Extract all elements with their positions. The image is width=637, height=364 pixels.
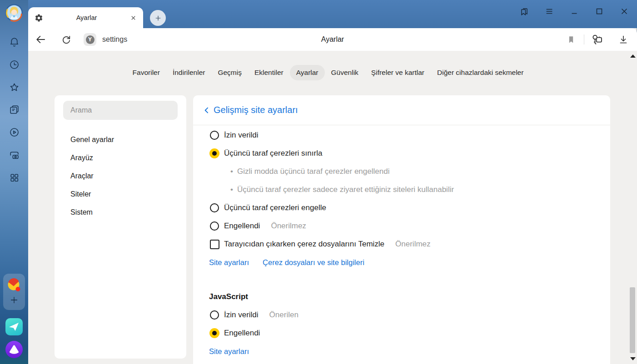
minimize-icon[interactable] bbox=[567, 5, 581, 18]
page-scrollbar[interactable] bbox=[629, 51, 637, 364]
radio-checked[interactable] bbox=[209, 148, 219, 158]
bookmarks-star-icon[interactable] bbox=[0, 82, 28, 93]
menu-item-sistem[interactable]: Sistem bbox=[55, 203, 186, 221]
tab-title: Ayarlar bbox=[43, 14, 130, 21]
toolbar-right-actions bbox=[564, 32, 631, 47]
menu-icon[interactable] bbox=[542, 5, 556, 18]
back-chevron-icon[interactable] bbox=[201, 104, 213, 116]
browser-tab-settings[interactable]: Ayarlar bbox=[28, 7, 143, 28]
nav-tab-eklentiler[interactable]: Eklentiler bbox=[248, 65, 290, 80]
radio-unchecked[interactable] bbox=[210, 221, 219, 231]
radio-row-js-engellendi[interactable]: Engellendi bbox=[209, 324, 610, 342]
yandex-mail-icon[interactable] bbox=[3, 277, 25, 294]
browser-window: Ayarlar bbox=[0, 0, 637, 364]
search-input[interactable] bbox=[63, 101, 178, 120]
sidebar-rail bbox=[0, 0, 28, 364]
menu-item-araclar[interactable]: Araçlar bbox=[55, 167, 186, 185]
nav-tab-gecmis[interactable]: Geçmiş bbox=[211, 65, 248, 80]
yandex-y-icon: Y bbox=[86, 35, 95, 44]
plus-icon bbox=[154, 14, 162, 22]
site-security-badge[interactable]: Y bbox=[84, 33, 96, 46]
menu-item-siteler[interactable]: Siteler bbox=[55, 185, 186, 203]
apps-grid-icon[interactable] bbox=[0, 172, 28, 183]
page-title: Gelişmiş site ayarları bbox=[214, 105, 298, 115]
not-recommended-note: Önerilmez bbox=[395, 240, 430, 249]
reload-icon[interactable] bbox=[59, 32, 74, 47]
menu-item-arayuz[interactable]: Arayüz bbox=[55, 149, 186, 167]
menu-item-genel-ayarlar[interactable]: Genel ayarlar bbox=[55, 131, 186, 149]
url-text[interactable]: settings bbox=[102, 35, 127, 44]
window-controls bbox=[518, 5, 631, 18]
pinned-apps-group bbox=[3, 274, 25, 310]
advanced-site-settings-card: Gelişmiş site ayarları İzin verildi Üçün… bbox=[193, 95, 610, 364]
titlebar: Ayarlar bbox=[0, 0, 637, 28]
bookmark-icon[interactable] bbox=[564, 32, 578, 47]
card-body: İzin verildi Üçüncü taraf çerezleri sını… bbox=[193, 125, 610, 360]
notifications-bell-icon[interactable] bbox=[0, 36, 28, 48]
radio-row-izin-verildi[interactable]: İzin verildi bbox=[209, 126, 610, 144]
javascript-links-row: Site ayarları bbox=[209, 342, 610, 360]
recommended-note: Önerilen bbox=[269, 310, 299, 320]
nav-tab-guvenlik[interactable]: Güvenlik bbox=[325, 65, 365, 80]
link-cerez-dosyalari[interactable]: Çerez dosyaları ve site bilgileri bbox=[263, 258, 364, 267]
address-toolbar: Y settings Ayarlar bbox=[28, 28, 637, 51]
settings-nav-tabs: Favoriler İndirilenler Geçmiş Eklentiler… bbox=[28, 63, 628, 83]
info-bullet-1: Gizli modda üçüncü taraf çerezler engell… bbox=[209, 162, 610, 181]
nav-tab-indirilenler[interactable]: İndirilenler bbox=[166, 65, 212, 80]
new-tab-button[interactable] bbox=[150, 10, 166, 26]
maximize-icon[interactable] bbox=[592, 5, 606, 18]
content-area: Favoriler İndirilenler Geçmiş Eklentiler… bbox=[28, 51, 637, 364]
back-icon[interactable] bbox=[34, 32, 48, 47]
radio-unchecked[interactable] bbox=[210, 131, 219, 140]
radio-row-js-izin-verildi[interactable]: İzin verildi Önerilen bbox=[209, 306, 610, 324]
screenshot-icon[interactable] bbox=[0, 149, 28, 161]
download-icon[interactable] bbox=[616, 32, 631, 47]
add-account-plus-icon[interactable] bbox=[3, 295, 25, 305]
radio-row-ucuncu-taraf-engelle[interactable]: Üçüncü taraf çerezleri engelle bbox=[209, 199, 610, 217]
radio-unchecked[interactable] bbox=[210, 203, 219, 212]
settings-menu-panel: Genel ayarlar Arayüz Araçlar Siteler Sis… bbox=[55, 95, 186, 359]
alice-assistant-icon[interactable] bbox=[5, 341, 23, 358]
radio-row-ucuncu-taraf-sinirla[interactable]: Üçüncü taraf çerezleri sınırla bbox=[209, 144, 610, 162]
checkbox-unchecked[interactable] bbox=[210, 240, 219, 249]
radio-row-engellendi[interactable]: Engellendi Önerilmez bbox=[209, 217, 610, 235]
nav-tab-diger-cihazlardaki-sekmeler[interactable]: Diğer cihazlardaki sekmeler bbox=[431, 65, 530, 80]
card-header: Gelişmiş site ayarları bbox=[193, 95, 610, 125]
window-close-icon[interactable] bbox=[617, 5, 631, 18]
cookies-links-row: Site ayarları Çerez dosyaları ve site bi… bbox=[209, 253, 610, 271]
nav-tab-sifreler-ve-kartlar[interactable]: Şifreler ve kartlar bbox=[365, 65, 431, 80]
scroll-down-arrow-icon[interactable] bbox=[630, 357, 636, 360]
checkbox-row-cerez-temizle[interactable]: Tarayıcıdan çıkarken çerez dosyalarını T… bbox=[209, 235, 610, 253]
javascript-section-header: JavaScript bbox=[209, 288, 610, 306]
video-play-icon[interactable] bbox=[0, 127, 28, 138]
scrollbar-thumb[interactable] bbox=[630, 287, 635, 353]
articles-icon[interactable] bbox=[0, 104, 28, 115]
radio-checked[interactable] bbox=[209, 328, 219, 338]
link-site-ayarlari[interactable]: Site ayarları bbox=[209, 258, 249, 267]
nav-tab-ayarlar[interactable]: Ayarlar bbox=[290, 65, 325, 80]
passwords-key-icon[interactable] bbox=[590, 32, 604, 47]
scroll-up-arrow-icon[interactable] bbox=[630, 54, 636, 58]
history-clock-icon[interactable] bbox=[0, 59, 28, 70]
link-js-site-ayarlari[interactable]: Site ayarları bbox=[209, 347, 249, 356]
settings-menu-list: Genel ayarlar Arayüz Araçlar Siteler Sis… bbox=[55, 131, 186, 221]
nav-tab-favoriler[interactable]: Favoriler bbox=[126, 65, 166, 80]
messenger-icon[interactable] bbox=[5, 318, 23, 335]
gear-icon bbox=[35, 14, 43, 22]
toolbar-divider bbox=[584, 34, 584, 44]
info-bullet-2: Üçüncü taraf çerezler sadece ziyaret ett… bbox=[209, 181, 610, 199]
not-recommended-note: Önerilmez bbox=[271, 221, 306, 231]
collections-icon[interactable] bbox=[518, 5, 531, 18]
profile-avatar[interactable] bbox=[5, 4, 23, 22]
radio-unchecked[interactable] bbox=[210, 310, 219, 320]
tab-close-icon[interactable] bbox=[130, 15, 137, 21]
